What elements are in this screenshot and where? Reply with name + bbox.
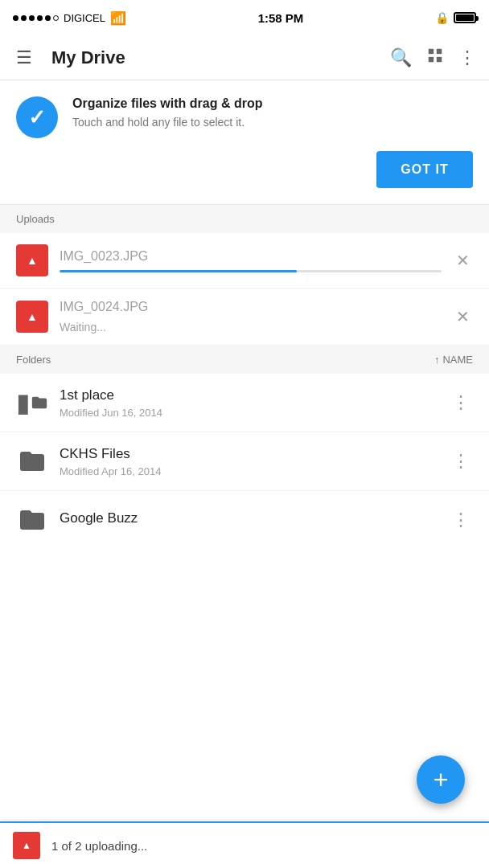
upload-progress-fill-1: [60, 270, 297, 272]
svg-rect-2: [429, 56, 434, 61]
fab-plus-icon: +: [434, 767, 449, 792]
svg-rect-3: [437, 56, 442, 61]
folder-icon-3: [16, 504, 48, 536]
signal-dot-4: [37, 15, 43, 21]
folders-section-header: Folders ↑ NAME: [0, 346, 489, 374]
status-left: DIGICEL 📶: [13, 10, 126, 26]
grid-view-icon[interactable]: [426, 47, 444, 69]
status-time: 1:58 PM: [258, 11, 304, 25]
signal-dot-5: [45, 15, 51, 21]
signal-dot-1: [13, 15, 18, 21]
upload-item-1: IMG_0023.JPG ✕: [0, 233, 489, 289]
upload-filename-1: IMG_0023.JPG: [60, 249, 442, 264]
folder-info-2: CKHS Files Modified Apr 16, 2014: [60, 446, 438, 477]
app-bar-actions: 🔍 ⋮: [390, 47, 476, 69]
uploads-section-header: Uploads: [0, 205, 489, 233]
menu-icon[interactable]: ☰: [13, 44, 35, 72]
folder-item-3[interactable]: Google Buzz ⋮: [0, 491, 489, 549]
status-right: 🔒: [435, 11, 476, 24]
upload-info-1: IMG_0023.JPG: [60, 249, 442, 272]
svg-rect-1: [437, 48, 442, 53]
folder-modified-2: Modified Apr 16, 2014: [60, 465, 438, 477]
tip-text-block: Organize files with drag & drop Touch an…: [72, 96, 473, 129]
fab-add-button[interactable]: +: [417, 755, 465, 804]
wifi-icon: 📶: [110, 10, 126, 26]
bottom-file-icon: [13, 832, 40, 859]
tip-banner: ✓ Organize files with drag & drop Touch …: [0, 80, 489, 205]
carrier-label: DIGICEL: [64, 12, 105, 24]
folder-info-1: 1st place Modified Jun 16, 2014: [60, 387, 438, 419]
signal-dot-2: [21, 15, 27, 21]
sort-label: NAME: [442, 354, 473, 366]
upload-progress-bar-1: [60, 270, 442, 272]
status-bar: DIGICEL 📶 1:58 PM 🔒: [0, 0, 489, 35]
got-it-button[interactable]: GOT IT: [376, 151, 473, 188]
sort-control[interactable]: ↑ NAME: [434, 354, 473, 366]
sort-arrow-icon: ↑: [434, 354, 440, 366]
tip-check-circle: ✓: [16, 96, 58, 138]
app-bar: ☰ My Drive 🔍 ⋮: [0, 35, 489, 80]
upload-info-2: IMG_0024.JPG Waiting...: [60, 300, 442, 334]
folder-modified-1: Modified Jun 16, 2014: [60, 407, 438, 419]
svg-rect-0: [429, 48, 434, 53]
lock-icon: 🔒: [435, 11, 449, 24]
folder-icon-1: ▮: [16, 387, 48, 419]
page-title: My Drive: [51, 47, 390, 68]
folder-more-3[interactable]: ⋮: [449, 506, 473, 534]
signal-dot-6: [53, 15, 59, 21]
upload-status-2: Waiting...: [60, 321, 442, 334]
bottom-status-text: 1 of 2 uploading...: [51, 839, 147, 853]
signal-strength: [13, 15, 59, 21]
folder-item-2[interactable]: CKHS Files Modified Apr 16, 2014 ⋮: [0, 432, 489, 491]
more-options-icon[interactable]: ⋮: [458, 47, 476, 68]
folder-icon-2: [16, 445, 48, 477]
folder-more-1[interactable]: ⋮: [449, 389, 473, 416]
tip-actions: GOT IT: [16, 151, 473, 188]
folder-name-3: Google Buzz: [60, 510, 438, 526]
tip-content: ✓ Organize files with drag & drop Touch …: [16, 96, 473, 138]
file-icon-2: [16, 301, 48, 333]
upload-cancel-1[interactable]: ✕: [453, 248, 473, 273]
file-icon-1: [16, 244, 48, 276]
folder-name-2: CKHS Files: [60, 446, 438, 462]
upload-cancel-2[interactable]: ✕: [453, 304, 473, 330]
uploads-section-label: Uploads: [16, 213, 55, 225]
folder-name-1: 1st place: [60, 387, 438, 403]
checkmark-icon: ✓: [28, 105, 46, 130]
folder-info-3: Google Buzz: [60, 510, 438, 530]
signal-dot-3: [29, 15, 35, 21]
upload-item-2: IMG_0024.JPG Waiting... ✕: [0, 289, 489, 346]
folder-item-1[interactable]: ▮ 1st place Modified Jun 16, 2014 ⋮: [0, 374, 489, 432]
folders-section-label: Folders: [16, 354, 51, 366]
upload-filename-2: IMG_0024.JPG: [60, 300, 442, 314]
folder-more-2[interactable]: ⋮: [449, 448, 473, 475]
battery-icon: [454, 12, 476, 23]
tip-title: Organize files with drag & drop: [72, 96, 473, 111]
search-icon[interactable]: 🔍: [390, 47, 412, 68]
bottom-upload-bar: 1 of 2 uploading...: [0, 821, 489, 868]
battery-fill: [456, 14, 474, 21]
tip-subtitle: Touch and hold any file to select it.: [72, 116, 473, 129]
